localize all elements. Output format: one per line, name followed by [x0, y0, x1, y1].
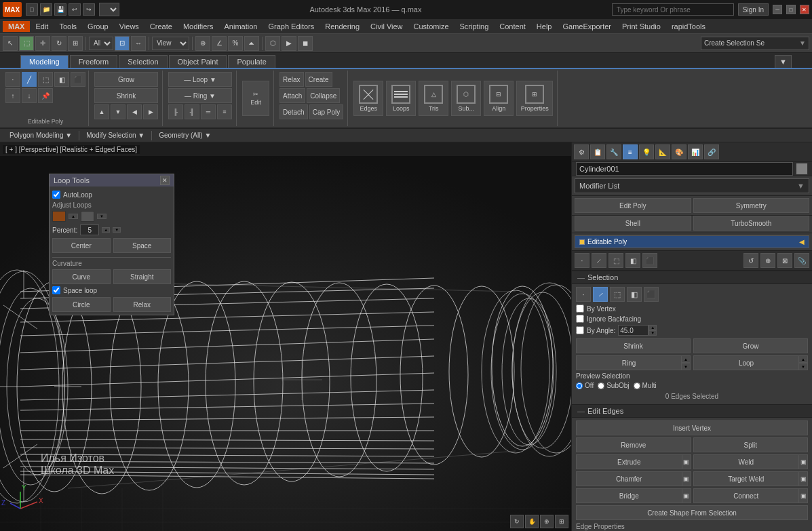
loop-up-btn[interactable]: ▲ [798, 355, 808, 363]
rp-icon-5[interactable]: 💡 [639, 144, 654, 159]
rotate-btn[interactable]: ↻ [52, 36, 66, 51]
subobj-icon-7[interactable]: ⊕ [760, 253, 775, 268]
vp-zoom-btn[interactable]: ⊕ [540, 515, 554, 528]
save-btn[interactable]: 💾 [54, 3, 66, 16]
properties-btn[interactable]: ⊞ Properties [516, 81, 553, 116]
obj-name-input[interactable] [576, 162, 793, 176]
rp-icon-4[interactable]: ≡ [623, 144, 638, 159]
menu-game-exporter[interactable]: GameExporter [557, 21, 617, 32]
tab-modeling[interactable]: Modeling [20, 55, 69, 68]
loop-tools-title-bar[interactable]: Loop Tools ✕ [50, 174, 174, 186]
grow-btn[interactable]: Grow [94, 72, 158, 87]
swatch-up-btn[interactable]: ▲ [69, 214, 78, 219]
selection-panel-header[interactable]: — Selection [572, 271, 812, 284]
percent-up-btn[interactable]: ▲ [102, 227, 110, 233]
search-box[interactable] [612, 3, 734, 16]
select-btn[interactable]: ↖ [3, 36, 18, 51]
loop-arrow-left-btn[interactable]: ◀ [127, 104, 142, 119]
percent-input[interactable] [80, 224, 99, 235]
target-weld-btn[interactable]: Target Weld [693, 471, 799, 486]
center-btn[interactable]: Center [52, 238, 111, 253]
loop-extra2[interactable]: ╢ [185, 104, 199, 119]
menu-group[interactable]: Group [82, 21, 114, 32]
create-selection-box[interactable]: Create Selection Se ▼ [701, 37, 809, 50]
relax-lt-btn[interactable]: Relax [113, 297, 172, 312]
scale-btn[interactable]: ⊞ [68, 36, 83, 51]
turbo-smooth-btn[interactable]: TurboSmooth [693, 216, 810, 231]
loop-extra4[interactable]: ≡ [217, 104, 232, 119]
curve-btn[interactable]: Curve [52, 269, 111, 284]
sel-vertex-icon[interactable]: · [576, 287, 591, 302]
collapse-btn[interactable]: Collapse [307, 88, 340, 103]
attach-btn[interactable]: Attach [279, 88, 305, 103]
vp-maxview-btn[interactable]: ⊞ [555, 515, 568, 528]
loop-tools-close-btn[interactable]: ✕ [160, 176, 170, 185]
edit-big-btn[interactable]: ✂ Edit [242, 81, 269, 116]
filter-dropdown[interactable]: All [89, 37, 113, 50]
circle-btn[interactable]: Circle [52, 297, 111, 312]
ref-coord-btn[interactable]: ⊡ [115, 36, 130, 51]
ring-up-btn[interactable]: ▲ [681, 355, 691, 363]
straight-btn[interactable]: Straight [113, 269, 172, 284]
tab-freeform[interactable]: Freeform [70, 55, 118, 68]
insert-vertex-btn[interactable]: Insert Vertex [576, 420, 808, 435]
subobj-icon-6[interactable]: ↺ [743, 253, 758, 268]
ep-pin-btn[interactable]: 📌 [38, 88, 53, 103]
align-btn[interactable]: ⊟ Align [484, 81, 514, 116]
sign-in-btn[interactable]: Sign In [738, 3, 769, 16]
rp-icon-7[interactable]: 🎨 [672, 144, 687, 159]
vp-pan-btn[interactable]: ✋ [525, 515, 539, 528]
rp-icon-2[interactable]: 📋 [590, 144, 605, 159]
modifier-list-dropdown[interactable]: Modifier List ▼ [575, 178, 809, 193]
menu-content[interactable]: Content [494, 21, 531, 32]
color-swatch-2[interactable] [81, 211, 94, 222]
close-btn[interactable]: ✕ [800, 5, 809, 14]
open-btn[interactable]: 📁 [40, 3, 52, 16]
autoloop-checkbox[interactable] [52, 191, 60, 199]
angle-up-btn[interactable]: ▲ [649, 325, 657, 330]
menu-views[interactable]: Views [114, 21, 144, 32]
relax-btn[interactable]: Relax [279, 72, 304, 87]
tab-selection[interactable]: Selection [119, 55, 167, 68]
swatch-dn-btn[interactable]: ▼ [97, 214, 107, 219]
sel-shrink-btn[interactable]: Shrink [576, 338, 691, 353]
search-input[interactable] [617, 6, 729, 14]
off-radio-label[interactable]: Off [576, 382, 594, 389]
render-btn[interactable]: ▶ [282, 36, 296, 51]
render-setup-btn[interactable]: ⬡ [265, 36, 280, 51]
rp-icon-8[interactable]: 📊 [688, 144, 703, 159]
ignore-backfacing-checkbox[interactable] [576, 315, 584, 323]
connect-arrow-btn[interactable]: ▣ [798, 488, 808, 503]
sel-ring-btn[interactable]: Ring [576, 355, 681, 370]
menu-print-studio[interactable]: Print Studio [617, 21, 666, 32]
subobj-icon-3[interactable]: ⬚ [608, 253, 623, 268]
off-radio[interactable] [576, 382, 583, 389]
sel-edge-icon[interactable]: ⟋ [593, 287, 608, 302]
ep-edge-btn[interactable]: ╱ [22, 72, 37, 87]
undo-btn[interactable]: ↩ [69, 3, 81, 16]
cap-poly-btn[interactable]: Cap Poly [309, 104, 344, 119]
loops-btn[interactable]: Loops [386, 81, 416, 116]
menu-create[interactable]: Create [144, 21, 178, 32]
new-btn[interactable]: □ [26, 3, 38, 16]
ep-face-btn[interactable]: ◧ [54, 72, 69, 87]
shrink-btn[interactable]: Shrink [94, 88, 158, 103]
menu-max[interactable]: MAX [3, 21, 30, 32]
obj-color-box[interactable] [796, 163, 808, 175]
loop-arrow-up-btn[interactable]: ▲ [94, 104, 109, 119]
subobj-icon-9[interactable]: 📎 [794, 253, 809, 268]
mod-stack-item-editable-poly[interactable]: Editable Poly ◀ [575, 236, 809, 248]
weld-btn[interactable]: Weld [693, 454, 799, 469]
loop-extra1[interactable]: ╟ [168, 104, 183, 119]
chamfer-arrow-btn[interactable]: ▣ [682, 471, 691, 486]
subobj-icon-2[interactable]: ⟋ [592, 253, 606, 268]
symmetry-btn[interactable]: Symmetry [693, 198, 810, 213]
maximize-btn[interactable]: □ [786, 5, 796, 14]
bridge-arrow-btn[interactable]: ▣ [682, 488, 691, 503]
menu-scripting[interactable]: Scripting [455, 21, 495, 32]
menu-edit[interactable]: Edit [30, 21, 54, 32]
geometry-all-label[interactable]: Geometry (All) ▼ [155, 131, 215, 140]
subobj-icon-1[interactable]: · [575, 253, 589, 268]
multi-radio[interactable] [634, 382, 640, 389]
subobj-radio-label[interactable]: SubObj [598, 382, 629, 389]
